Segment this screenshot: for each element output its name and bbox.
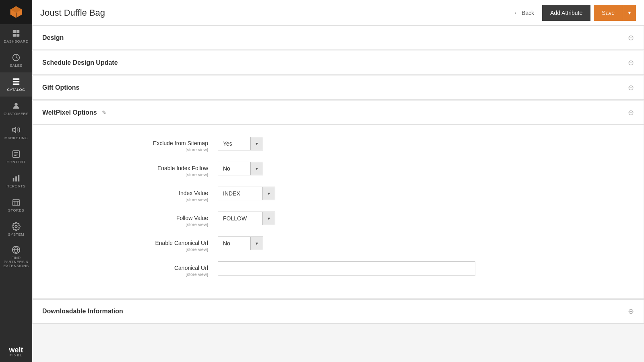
section-downloadable-toggle: ⊖ <box>628 307 634 316</box>
add-attribute-button[interactable]: Add Attribute <box>542 5 590 21</box>
sidebar: DASHBOARD SALES CATALOG CUSTOMERS MARKET… <box>0 0 32 362</box>
svg-rect-3 <box>17 34 19 37</box>
canonical-url-input[interactable] <box>218 261 475 276</box>
svg-rect-15 <box>15 176 17 181</box>
back-arrow-icon: ← <box>514 10 519 16</box>
field-exclude-sitemap: Exclude from Sitemap [store view] Yes ▼ <box>49 137 627 152</box>
section-downloadable-header[interactable]: Downloadable Information ⊖ <box>33 300 644 323</box>
field-enable-canonical-url-control: No ▼ <box>218 237 627 250</box>
svg-rect-2 <box>13 34 16 37</box>
field-index-value: Index Value [store view] INDEX ▼ <box>49 187 627 202</box>
svg-rect-7 <box>13 84 20 85</box>
section-schedule: Schedule Design Update ⊖ <box>32 51 644 75</box>
svg-point-8 <box>14 103 17 106</box>
section-weltpixel-header[interactable]: WeltPixel Options ✎ ⊖ <box>33 101 644 125</box>
exclude-sitemap-value: Yes <box>218 137 250 150</box>
welt-sub-text: PIXEL <box>9 354 23 357</box>
sidebar-item-reports-label: REPORTS <box>7 184 26 188</box>
sidebar-item-stores[interactable]: STORES <box>0 193 32 217</box>
sidebar-logo[interactable] <box>0 0 32 24</box>
follow-value-arrow[interactable]: ▼ <box>262 212 275 225</box>
follow-value-value: FOLLOW <box>218 212 262 225</box>
sidebar-item-system[interactable]: SYSTEM <box>0 217 32 241</box>
save-button[interactable]: Save <box>594 5 623 21</box>
follow-value-select[interactable]: FOLLOW ▼ <box>218 212 275 225</box>
svg-marker-9 <box>12 128 16 133</box>
field-follow-value-sub: [store view] <box>49 222 208 227</box>
field-enable-index-follow: Enable Index Follow [store view] No ▼ <box>49 162 627 177</box>
section-gift: Gift Options ⊖ <box>32 76 644 100</box>
content-area: Design ⊖ Schedule Design Update ⊖ Gift O… <box>32 26 644 362</box>
enable-canonical-url-arrow[interactable]: ▼ <box>250 237 263 250</box>
field-enable-index-follow-label-group: Enable Index Follow [store view] <box>49 162 218 177</box>
field-index-value-label-group: Index Value [store view] <box>49 187 218 202</box>
section-schedule-toggle: ⊖ <box>628 58 634 67</box>
save-dropdown-button[interactable]: ▼ <box>623 5 636 21</box>
section-design: Design ⊖ <box>32 26 644 50</box>
sidebar-item-partners[interactable]: FIND PARTNERS & EXTENSIONS <box>0 241 32 272</box>
sidebar-item-sales[interactable]: SALES <box>0 48 32 72</box>
section-gift-header[interactable]: Gift Options ⊖ <box>33 76 644 100</box>
section-design-header[interactable]: Design ⊖ <box>33 26 644 50</box>
section-design-title: Design <box>42 34 64 41</box>
back-button[interactable]: ← Back <box>509 10 539 16</box>
chevron-down-icon: ▼ <box>627 10 632 16</box>
field-enable-canonical-url-label-group: Enable Canonical Url [store view] <box>49 237 218 252</box>
enable-canonical-url-value: No <box>218 237 250 250</box>
field-enable-index-follow-label: Enable Index Follow <box>49 165 208 171</box>
sidebar-item-reports[interactable]: REPORTS <box>0 169 32 193</box>
field-canonical-url-label: Canonical Url <box>49 265 208 271</box>
section-weltpixel-toggle: ⊖ <box>628 108 634 117</box>
section-weltpixel-title: WeltPixel Options <box>42 109 97 116</box>
section-schedule-title: Schedule Design Update <box>42 59 118 66</box>
save-button-group: Save ▼ <box>594 5 636 21</box>
sidebar-item-content[interactable]: CONTENT <box>0 145 32 169</box>
enable-index-follow-select[interactable]: No ▼ <box>218 162 263 175</box>
field-exclude-sitemap-sub: [store view] <box>49 147 208 152</box>
welt-logo-text: welt <box>9 346 23 354</box>
svg-rect-14 <box>13 178 14 181</box>
field-index-value-label: Index Value <box>49 190 208 196</box>
exclude-sitemap-arrow[interactable]: ▼ <box>250 137 263 150</box>
svg-point-17 <box>15 225 17 228</box>
welt-logo-area: welt PIXEL <box>0 341 32 362</box>
sidebar-item-catalog[interactable]: CATALOG <box>0 72 32 97</box>
page-title: Joust Duffle Bag <box>40 8 509 18</box>
enable-canonical-url-select[interactable]: No ▼ <box>218 237 263 250</box>
index-value-arrow[interactable]: ▼ <box>262 187 275 200</box>
svg-rect-5 <box>13 78 20 80</box>
field-enable-canonical-url-sub: [store view] <box>49 247 208 252</box>
section-weltpixel-body: Exclude from Sitemap [store view] Yes ▼ … <box>33 125 644 298</box>
field-canonical-url-control <box>218 261 627 276</box>
field-enable-canonical-url-label: Enable Canonical Url <box>49 240 208 246</box>
field-exclude-sitemap-label: Exclude from Sitemap <box>49 140 208 146</box>
field-canonical-url-sub: [store view] <box>49 272 208 277</box>
svg-rect-6 <box>13 81 20 82</box>
enable-index-follow-value: No <box>218 162 250 175</box>
exclude-sitemap-select[interactable]: Yes ▼ <box>218 137 263 150</box>
field-enable-index-follow-sub: [store view] <box>49 172 208 177</box>
sidebar-item-marketing-label: MARKETING <box>4 136 28 140</box>
svg-rect-16 <box>18 175 20 182</box>
sidebar-item-customers[interactable]: CUSTOMERS <box>0 97 32 121</box>
field-enable-index-follow-control: No ▼ <box>218 162 627 175</box>
field-canonical-url-label-group: Canonical Url [store view] <box>49 261 218 277</box>
section-downloadable-title: Downloadable Information <box>42 308 123 315</box>
topbar: Joust Duffle Bag ← Back Add Attribute Sa… <box>32 0 644 26</box>
section-weltpixel: WeltPixel Options ✎ ⊖ Exclude from Sitem… <box>32 101 644 299</box>
index-value-select[interactable]: INDEX ▼ <box>218 187 275 200</box>
field-follow-value-control: FOLLOW ▼ <box>218 212 627 225</box>
topbar-actions: ← Back Add Attribute Save ▼ <box>509 5 636 21</box>
sidebar-item-catalog-label: CATALOG <box>7 88 25 92</box>
edit-icon[interactable]: ✎ <box>102 109 107 116</box>
section-gift-title: Gift Options <box>42 84 79 91</box>
index-value-value: INDEX <box>218 187 262 200</box>
section-schedule-header[interactable]: Schedule Design Update ⊖ <box>33 51 644 75</box>
sidebar-item-dashboard[interactable]: DASHBOARD <box>0 24 32 48</box>
section-downloadable: Downloadable Information ⊖ <box>32 299 644 324</box>
field-follow-value-label: Follow Value <box>49 215 208 221</box>
enable-index-follow-arrow[interactable]: ▼ <box>250 162 263 175</box>
field-canonical-url: Canonical Url [store view] <box>49 261 627 277</box>
sidebar-item-marketing[interactable]: MARKETING <box>0 121 32 145</box>
field-follow-value-label-group: Follow Value [store view] <box>49 212 218 227</box>
